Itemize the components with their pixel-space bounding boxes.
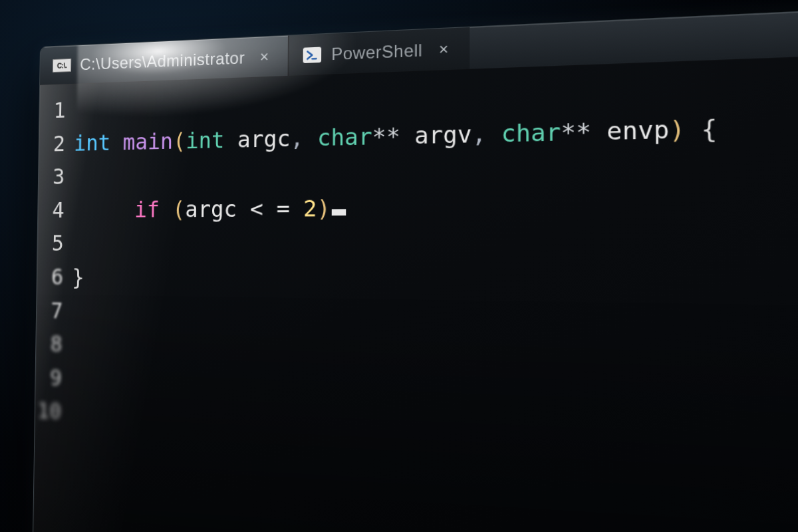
- token-keyword: int: [74, 130, 111, 156]
- code-content[interactable]: int main(int argc, char** argv, char** e…: [70, 64, 798, 471]
- token-keyword: if: [134, 196, 160, 223]
- line-number: 8: [36, 327, 63, 362]
- token-ident: argc: [237, 125, 291, 153]
- text-cursor: [332, 209, 346, 215]
- stage: C:\. C:\Users\Administrator × PowerShell…: [0, 0, 798, 532]
- token-paren: (: [172, 196, 186, 223]
- token-keyword: char: [317, 122, 372, 151]
- token-paren: ): [669, 114, 685, 144]
- line-number: 9: [35, 360, 62, 395]
- token-paren: (: [173, 128, 186, 154]
- tab-title: PowerShell: [331, 40, 422, 64]
- token-keyword: int: [186, 126, 224, 154]
- token-keyword: char: [501, 118, 561, 148]
- token-ident: argc: [185, 196, 237, 222]
- code-line-1: int main(int argc, char** argv, char** e…: [74, 104, 798, 160]
- editor-area[interactable]: 1 2 3 4 5 6 7 8 9 10 int main(int argc, …: [35, 53, 798, 471]
- token-paren: ): [317, 195, 331, 222]
- token-function: main: [123, 128, 174, 155]
- tab-title: C:\Users\Administrator: [80, 48, 245, 74]
- token-op: =: [277, 195, 290, 222]
- close-icon[interactable]: ×: [254, 46, 274, 68]
- token-punct: ,: [290, 124, 303, 152]
- line-number: 5: [37, 227, 64, 261]
- code-line-3: }: [72, 261, 798, 307]
- token-op: <: [250, 196, 263, 222]
- cmd-icon: C:\.: [53, 58, 71, 72]
- close-icon[interactable]: ×: [433, 38, 454, 61]
- line-number: 3: [39, 160, 65, 194]
- token-ident: argv: [414, 120, 471, 150]
- line-number: 10: [35, 394, 61, 429]
- line-number: 2: [39, 127, 65, 161]
- token-punct: ,: [472, 120, 487, 148]
- powershell-icon: [303, 47, 322, 63]
- token-op: **: [561, 117, 591, 146]
- terminal-window: C:\. C:\Users\Administrator × PowerShell…: [32, 5, 798, 532]
- token-op: **: [372, 122, 400, 150]
- tab-powershell[interactable]: PowerShell ×: [289, 27, 469, 76]
- token-brace: }: [72, 264, 84, 290]
- line-number: 7: [37, 294, 63, 328]
- line-number: 6: [37, 261, 63, 295]
- code-line-2: if (argc < = 2): [72, 185, 798, 227]
- line-number: 1: [39, 94, 66, 128]
- token-brace: {: [701, 114, 718, 144]
- token-number: 2: [303, 195, 317, 222]
- token-ident: envp: [606, 115, 669, 146]
- line-number: 4: [38, 194, 65, 227]
- line-gutter: 1 2 3 4 5 6 7 8 9 10: [35, 94, 74, 430]
